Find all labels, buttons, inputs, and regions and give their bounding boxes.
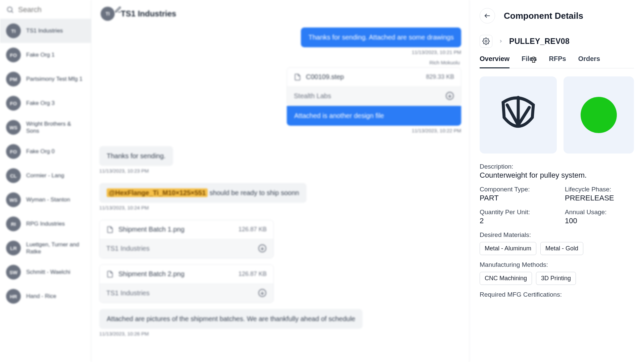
download-icon[interactable] xyxy=(258,244,267,253)
component-thumbnail[interactable] xyxy=(480,76,557,154)
attachment-filename: Shipment Batch 1.png xyxy=(118,226,234,233)
component-thumbnail[interactable] xyxy=(564,76,634,154)
conversation-name: Hand - Rice xyxy=(26,293,56,300)
attachment-source: TS1 Industries xyxy=(106,245,150,252)
attachment-filename: C00109.step xyxy=(306,73,421,81)
conversation-item[interactable]: LRLuettgen, Turner and Ratke xyxy=(0,236,91,260)
download-icon[interactable] xyxy=(258,289,267,297)
chat-avatar: TI xyxy=(101,7,115,21)
tab-orders[interactable]: Orders xyxy=(578,55,600,68)
field-label: Description: xyxy=(480,163,634,170)
field-label: Manufacturing Methods: xyxy=(480,261,634,268)
attachment-filesize: 829.33 KB xyxy=(426,73,454,80)
conversation-item[interactable]: PMPartsimony Test Mfg 1 xyxy=(0,67,91,91)
chip[interactable]: 3D Printing xyxy=(536,272,576,285)
conversation-item[interactable]: TITS1 Industries xyxy=(0,19,91,43)
component-name: PULLEY_REV08 xyxy=(509,37,570,46)
conversation-name: Schmitt - Waelchi xyxy=(26,268,70,276)
chevron-right-icon xyxy=(498,39,503,44)
message-timestamp: 11/13/2023, 10:24 PM xyxy=(99,205,149,210)
panel-title: Component Details xyxy=(504,11,583,21)
avatar: TI xyxy=(6,23,21,38)
chat-body[interactable]: Thanks for sending. Attached are some dr… xyxy=(91,27,469,362)
conversation-name: Cormier - Lang xyxy=(26,172,64,179)
avatar: HR xyxy=(6,289,21,304)
file-attachment[interactable]: Shipment Batch 1.png 126.87 KB TS1 Indus… xyxy=(99,220,274,258)
file-icon xyxy=(106,226,114,233)
file-attachment[interactable]: Shipment Batch 2.png 126.87 KB TS1 Indus… xyxy=(99,264,274,303)
conversation-name: TS1 Industries xyxy=(26,27,63,34)
conversation-name: Wyman - Stanton xyxy=(26,196,70,203)
chat-title: TS1 Industries xyxy=(121,9,176,18)
message-timestamp: 11/13/2023, 10:22 PM xyxy=(412,128,461,133)
chat-pane: TI TS1 Industries Thanks for sending. At… xyxy=(91,0,470,362)
search-icon xyxy=(6,6,14,14)
field-value: 100 xyxy=(565,217,634,225)
conversation-item[interactable]: CLCormier - Lang xyxy=(0,164,91,188)
attachment-source: TS1 Industries xyxy=(106,289,150,297)
field-value: PRERELEASE xyxy=(565,194,634,202)
avatar: CL xyxy=(6,168,21,183)
field-value: PART xyxy=(480,194,549,202)
conversation-item[interactable]: FOFake Org 0 xyxy=(0,139,91,164)
field-label: Component Type: xyxy=(480,186,549,193)
tab-rfps[interactable]: RFPs xyxy=(549,55,566,68)
field-label: Quantity Per Unit: xyxy=(480,208,549,216)
detail-tabs: OverviewFilesRFPsOrders xyxy=(480,55,634,68)
conversation-name: Partsimony Test Mfg 1 xyxy=(26,75,83,82)
tab-overview[interactable]: Overview xyxy=(480,55,509,68)
file-icon xyxy=(294,73,301,81)
attachment-source: Stealth Labs xyxy=(294,92,331,100)
attachment-filename: Shipment Batch 2.png xyxy=(118,270,234,278)
file-icon xyxy=(106,270,114,278)
download-icon[interactable] xyxy=(445,92,454,100)
gear-icon[interactable] xyxy=(480,35,492,48)
field-label: Required MFG Certifications: xyxy=(480,291,634,298)
back-button[interactable] xyxy=(480,8,495,23)
message-timestamp: 11/13/2023, 10:23 PM xyxy=(99,168,149,174)
conversation-list[interactable]: TITS1 IndustriesFOFake Org 1PMPartsimony… xyxy=(0,19,91,308)
svg-point-9 xyxy=(485,40,487,42)
message-timestamp: 11/13/2023, 10:21 PM xyxy=(412,49,461,55)
chat-header: TI TS1 Industries xyxy=(91,0,469,27)
tab-files[interactable]: Files xyxy=(522,55,537,68)
conversation-item[interactable]: WSWright Brothers & Sons xyxy=(0,115,91,139)
avatar: WS xyxy=(6,192,21,207)
field-value: 2 xyxy=(480,217,549,225)
chip-row: Metal - AluminumMetal - Gold xyxy=(480,242,634,255)
message-bubble: Thanks for sending. Attached are some dr… xyxy=(301,27,461,47)
svg-line-1 xyxy=(12,11,13,13)
avatar: LR xyxy=(6,241,21,255)
message-sender: Rich Mokuolu xyxy=(429,60,460,65)
conversation-name: Fake Org 0 xyxy=(26,148,55,155)
conversation-name: Fake Org 3 xyxy=(26,100,55,107)
mention-chip[interactable]: @HexFlange_Ti_M10×125×551 xyxy=(107,188,208,197)
conversation-name: RPG Industries xyxy=(26,220,65,227)
conversation-sidebar: TITS1 IndustriesFOFake Org 1PMPartsimony… xyxy=(0,0,91,362)
thumbnail-row xyxy=(480,76,634,154)
avatar: FO xyxy=(6,96,21,111)
chip[interactable]: CNC Machining xyxy=(480,272,532,285)
attachment-filesize: 126.87 KB xyxy=(238,226,267,233)
chip-row: CNC Machining3D Printing xyxy=(480,272,634,285)
field-label: Annual Usage: xyxy=(565,208,634,216)
attachment-filesize: 126.87 KB xyxy=(238,270,267,278)
field-label: Lifecycle Phase: xyxy=(565,186,634,193)
avatar: RI xyxy=(6,217,21,231)
conversation-item[interactable]: RIRPG Industries xyxy=(0,212,91,236)
conversation-item[interactable]: HRHand - Rice xyxy=(0,284,91,308)
conversation-item[interactable]: FOFake Org 3 xyxy=(0,91,91,115)
conversation-item[interactable]: SWSchmitt - Waelchi xyxy=(0,260,91,284)
chip[interactable]: Metal - Aluminum xyxy=(480,242,536,255)
chip[interactable]: Metal - Gold xyxy=(540,242,583,255)
message-bubble: @HexFlange_Ti_M10×125×551 should be read… xyxy=(99,183,307,203)
status-dot-icon xyxy=(581,97,617,133)
component-details-panel: Component Details PULLEY_REV08 OverviewF… xyxy=(470,0,644,362)
conversation-item[interactable]: WSWyman - Stanton xyxy=(0,188,91,212)
file-attachment[interactable]: C00109.step 829.33 KB Stealth Labs xyxy=(287,67,461,106)
message-text: should be ready to ship soonn xyxy=(208,189,299,196)
message-bubble: Attached is another design file xyxy=(287,106,461,126)
field-value: Counterweight for pulley system. xyxy=(480,171,634,180)
avatar: FO xyxy=(6,144,21,159)
conversation-item[interactable]: FOFake Org 1 xyxy=(0,43,91,67)
